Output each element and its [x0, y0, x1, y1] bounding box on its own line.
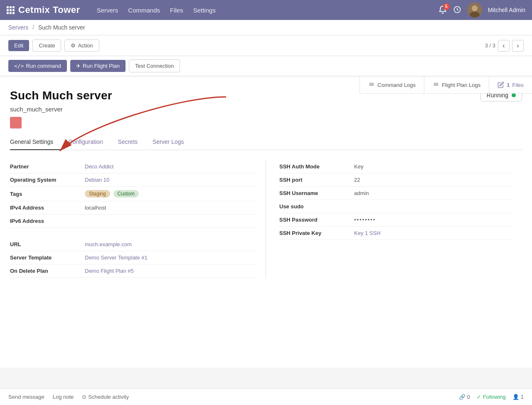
details-left: Partner Deco Addict Operating System Deb… — [10, 160, 266, 278]
topnav-right: 5 Mitchell Admin — [438, 2, 525, 17]
on-delete-link[interactable]: Demo Flight Plan #5 — [85, 268, 256, 274]
breadcrumb-parent[interactable]: Servers — [8, 24, 28, 31]
tab-server-logs[interactable]: Server Logs — [145, 134, 191, 150]
flight-plan-logs-tab[interactable]: Flight Plan Logs — [424, 77, 489, 93]
details-right: SSH Auth Mode Key SSH port 22 SSH Userna… — [266, 160, 522, 278]
run-flight-plan-button[interactable]: ✈ Run Flight Plan — [70, 60, 126, 72]
detail-ssh-user: SSH Username admin — [279, 187, 512, 200]
server-slug: such_much_server — [10, 106, 522, 113]
detail-ipv4: IPv4 Address localhost — [10, 201, 256, 215]
next-record-button[interactable]: › — [512, 40, 524, 52]
nav-commands[interactable]: Commands — [128, 7, 160, 14]
server-title: Such Much server — [10, 89, 112, 102]
notif-count: 5 — [443, 3, 450, 10]
user-name[interactable]: Mitchell Admin — [488, 7, 525, 13]
edit-icon — [498, 81, 504, 88]
nav-servers[interactable]: Servers — [97, 7, 118, 14]
detail-ssh-port: SSH port 22 — [279, 173, 512, 187]
ssh-user-value: admin — [354, 190, 512, 196]
ipv4-value: localhost — [85, 205, 256, 211]
tags-container: Staging Custom — [85, 190, 256, 198]
create-button[interactable]: Create — [32, 40, 61, 52]
test-connection-button[interactable]: Test Connection — [129, 59, 180, 72]
list-icon — [368, 81, 375, 88]
gear-icon: ⚙ — [71, 42, 76, 49]
run-command-button[interactable]: </> Run command — [8, 60, 67, 72]
detail-partner: Partner Deco Addict — [10, 160, 256, 173]
url-link[interactable]: much.example.com — [85, 241, 256, 247]
plane-icon: ✈ — [76, 63, 81, 69]
detail-sudo: Use sudo — [279, 200, 512, 213]
detail-ssh-auth: SSH Auth Mode Key — [279, 160, 512, 173]
action-bar: Edit Create ⚙ Action 3 / 3 ‹ › — [0, 35, 532, 56]
logo-area: Cetmix Tower — [7, 5, 80, 15]
details-grid: Partner Deco Addict Operating System Deb… — [10, 160, 522, 278]
detail-ssh-key: SSH Private Key Key 1 SSH — [279, 227, 512, 240]
record-counter: 3 / 3 ‹ › — [485, 40, 524, 52]
breadcrumb: Servers / Such Much server — [0, 20, 532, 35]
tab-secrets[interactable]: Secrets — [111, 134, 145, 150]
edit-button[interactable]: Edit — [8, 40, 29, 51]
clock-icon[interactable] — [453, 5, 461, 15]
nav-links: Servers Commands Files Settings — [97, 7, 438, 14]
detail-ipv6: IPv6 Address — [10, 215, 256, 228]
notification-icon[interactable]: 5 — [438, 5, 447, 15]
partner-link[interactable]: Deco Addict — [85, 163, 256, 170]
detail-ssh-pass: SSH Password •••••••• — [279, 213, 512, 227]
tab-general-settings[interactable]: General Settings — [10, 134, 61, 150]
detail-template: Server Template Demo Server Template #1 — [10, 251, 256, 264]
command-logs-tab[interactable]: Command Logs — [360, 77, 424, 93]
prev-record-button[interactable]: ‹ — [498, 40, 510, 52]
ssh-key-link[interactable]: Key 1 SSH — [354, 230, 512, 236]
top-navigation: Cetmix Tower Servers Commands Files Sett… — [0, 0, 532, 20]
template-link[interactable]: Demo Server Template #1 — [85, 254, 256, 261]
detail-on-delete: On Delete Plan Demo Flight Plan #5 — [10, 264, 256, 278]
tag-custom[interactable]: Custom — [113, 190, 139, 198]
detail-url: URL much.example.com — [10, 238, 256, 251]
detail-tags: Tags Staging Custom — [10, 187, 256, 201]
code-icon: </> — [14, 63, 24, 69]
tab-configuration[interactable]: Configuration — [61, 134, 110, 150]
app-title: Cetmix Tower — [18, 5, 80, 15]
status-dot — [512, 93, 516, 97]
ssh-auth-value: Key — [354, 163, 512, 170]
breadcrumb-current: Such Much server — [38, 24, 85, 31]
right-tabs: Command Logs Flight Plan Logs 1 Files — [360, 77, 532, 94]
avatar[interactable] — [467, 2, 482, 17]
os-link[interactable]: Debian 10 — [85, 177, 256, 183]
breadcrumb-separator: / — [32, 24, 34, 31]
files-tab[interactable]: 1 Files — [489, 77, 532, 93]
action-button[interactable]: ⚙ Action — [64, 40, 99, 52]
list-icon-2 — [433, 81, 439, 88]
svg-point-2 — [472, 5, 478, 11]
sub-action-bar: </> Run command ✈ Run Flight Plan Test C… — [0, 56, 532, 77]
nav-settings[interactable]: Settings — [193, 7, 216, 14]
ssh-port-value: 22 — [354, 177, 512, 183]
server-tabs: General Settings Configuration Secrets S… — [10, 134, 522, 150]
detail-os: Operating System Debian 10 — [10, 173, 256, 187]
nav-files[interactable]: Files — [170, 7, 183, 14]
color-swatch[interactable] — [10, 117, 22, 128]
server-title-area: Such Much server — [10, 89, 112, 102]
main-content: Such Much server Running such_much_serve… — [0, 77, 532, 288]
tag-staging[interactable]: Staging — [85, 190, 110, 198]
url-section: URL much.example.com Server Template Dem… — [10, 238, 256, 278]
content-area: Command Logs Flight Plan Logs 1 Files Su… — [0, 77, 532, 368]
ssh-pass-value: •••••••• — [354, 217, 512, 223]
grid-icon[interactable] — [7, 6, 14, 14]
